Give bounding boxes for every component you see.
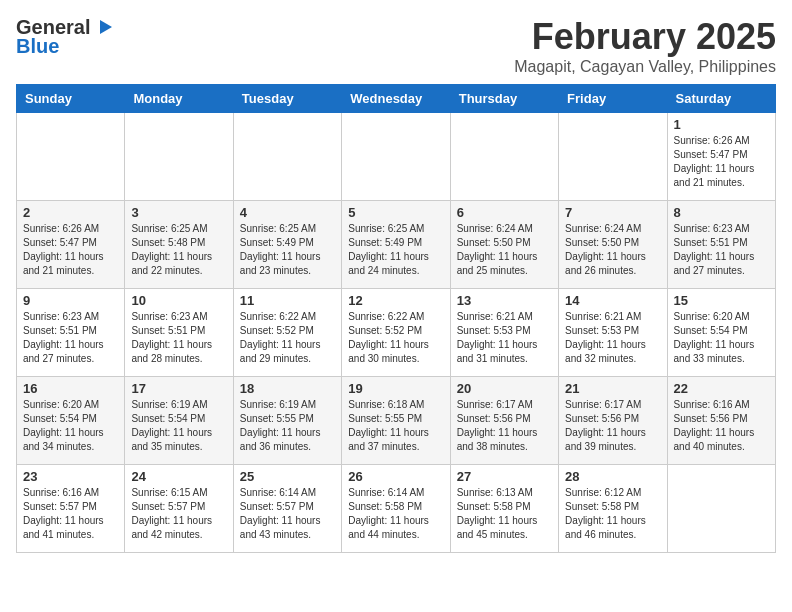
day-number: 5	[348, 205, 443, 220]
day-number: 2	[23, 205, 118, 220]
calendar-week-row: 1Sunrise: 6:26 AM Sunset: 5:47 PM Daylig…	[17, 113, 776, 201]
subtitle: Magapit, Cagayan Valley, Philippines	[514, 58, 776, 76]
day-number: 26	[348, 469, 443, 484]
calendar-cell: 22Sunrise: 6:16 AM Sunset: 5:56 PM Dayli…	[667, 377, 775, 465]
day-info: Sunrise: 6:16 AM Sunset: 5:56 PM Dayligh…	[674, 398, 769, 454]
calendar-cell	[667, 465, 775, 553]
calendar-cell: 9Sunrise: 6:23 AM Sunset: 5:51 PM Daylig…	[17, 289, 125, 377]
day-info: Sunrise: 6:14 AM Sunset: 5:57 PM Dayligh…	[240, 486, 335, 542]
day-info: Sunrise: 6:18 AM Sunset: 5:55 PM Dayligh…	[348, 398, 443, 454]
day-info: Sunrise: 6:20 AM Sunset: 5:54 PM Dayligh…	[674, 310, 769, 366]
day-number: 24	[131, 469, 226, 484]
calendar-cell: 6Sunrise: 6:24 AM Sunset: 5:50 PM Daylig…	[450, 201, 558, 289]
header: General Blue February 2025 Magapit, Caga…	[16, 16, 776, 76]
calendar-cell: 24Sunrise: 6:15 AM Sunset: 5:57 PM Dayli…	[125, 465, 233, 553]
day-number: 7	[565, 205, 660, 220]
day-info: Sunrise: 6:23 AM Sunset: 5:51 PM Dayligh…	[674, 222, 769, 278]
day-number: 23	[23, 469, 118, 484]
calendar-cell: 28Sunrise: 6:12 AM Sunset: 5:58 PM Dayli…	[559, 465, 667, 553]
calendar-cell: 2Sunrise: 6:26 AM Sunset: 5:47 PM Daylig…	[17, 201, 125, 289]
day-header-monday: Monday	[125, 85, 233, 113]
logo-blue: Blue	[16, 35, 59, 58]
day-number: 18	[240, 381, 335, 396]
day-info: Sunrise: 6:19 AM Sunset: 5:54 PM Dayligh…	[131, 398, 226, 454]
calendar-cell: 18Sunrise: 6:19 AM Sunset: 5:55 PM Dayli…	[233, 377, 341, 465]
calendar-cell: 27Sunrise: 6:13 AM Sunset: 5:58 PM Dayli…	[450, 465, 558, 553]
day-header-sunday: Sunday	[17, 85, 125, 113]
day-header-saturday: Saturday	[667, 85, 775, 113]
calendar-cell: 19Sunrise: 6:18 AM Sunset: 5:55 PM Dayli…	[342, 377, 450, 465]
day-info: Sunrise: 6:22 AM Sunset: 5:52 PM Dayligh…	[240, 310, 335, 366]
calendar-cell: 16Sunrise: 6:20 AM Sunset: 5:54 PM Dayli…	[17, 377, 125, 465]
day-info: Sunrise: 6:21 AM Sunset: 5:53 PM Dayligh…	[565, 310, 660, 366]
svg-marker-0	[100, 20, 112, 34]
calendar-week-row: 9Sunrise: 6:23 AM Sunset: 5:51 PM Daylig…	[17, 289, 776, 377]
day-number: 13	[457, 293, 552, 308]
calendar-cell: 15Sunrise: 6:20 AM Sunset: 5:54 PM Dayli…	[667, 289, 775, 377]
day-number: 12	[348, 293, 443, 308]
calendar-cell: 10Sunrise: 6:23 AM Sunset: 5:51 PM Dayli…	[125, 289, 233, 377]
day-number: 19	[348, 381, 443, 396]
calendar-cell: 25Sunrise: 6:14 AM Sunset: 5:57 PM Dayli…	[233, 465, 341, 553]
title-section: February 2025 Magapit, Cagayan Valley, P…	[514, 16, 776, 76]
day-info: Sunrise: 6:25 AM Sunset: 5:49 PM Dayligh…	[240, 222, 335, 278]
day-number: 20	[457, 381, 552, 396]
day-number: 11	[240, 293, 335, 308]
day-info: Sunrise: 6:24 AM Sunset: 5:50 PM Dayligh…	[565, 222, 660, 278]
calendar-cell: 26Sunrise: 6:14 AM Sunset: 5:58 PM Dayli…	[342, 465, 450, 553]
calendar-cell: 17Sunrise: 6:19 AM Sunset: 5:54 PM Dayli…	[125, 377, 233, 465]
day-info: Sunrise: 6:23 AM Sunset: 5:51 PM Dayligh…	[23, 310, 118, 366]
day-number: 6	[457, 205, 552, 220]
day-info: Sunrise: 6:24 AM Sunset: 5:50 PM Dayligh…	[457, 222, 552, 278]
calendar-cell: 11Sunrise: 6:22 AM Sunset: 5:52 PM Dayli…	[233, 289, 341, 377]
day-number: 25	[240, 469, 335, 484]
calendar-cell	[233, 113, 341, 201]
day-info: Sunrise: 6:26 AM Sunset: 5:47 PM Dayligh…	[23, 222, 118, 278]
logo-icon	[92, 16, 114, 38]
day-info: Sunrise: 6:25 AM Sunset: 5:49 PM Dayligh…	[348, 222, 443, 278]
calendar-cell: 1Sunrise: 6:26 AM Sunset: 5:47 PM Daylig…	[667, 113, 775, 201]
calendar-cell	[559, 113, 667, 201]
calendar-cell: 3Sunrise: 6:25 AM Sunset: 5:48 PM Daylig…	[125, 201, 233, 289]
day-info: Sunrise: 6:25 AM Sunset: 5:48 PM Dayligh…	[131, 222, 226, 278]
calendar-cell: 13Sunrise: 6:21 AM Sunset: 5:53 PM Dayli…	[450, 289, 558, 377]
day-number: 3	[131, 205, 226, 220]
day-number: 10	[131, 293, 226, 308]
calendar-cell: 14Sunrise: 6:21 AM Sunset: 5:53 PM Dayli…	[559, 289, 667, 377]
day-info: Sunrise: 6:20 AM Sunset: 5:54 PM Dayligh…	[23, 398, 118, 454]
day-info: Sunrise: 6:23 AM Sunset: 5:51 PM Dayligh…	[131, 310, 226, 366]
day-info: Sunrise: 6:15 AM Sunset: 5:57 PM Dayligh…	[131, 486, 226, 542]
day-info: Sunrise: 6:14 AM Sunset: 5:58 PM Dayligh…	[348, 486, 443, 542]
calendar-cell: 7Sunrise: 6:24 AM Sunset: 5:50 PM Daylig…	[559, 201, 667, 289]
calendar-cell: 23Sunrise: 6:16 AM Sunset: 5:57 PM Dayli…	[17, 465, 125, 553]
day-number: 15	[674, 293, 769, 308]
day-info: Sunrise: 6:26 AM Sunset: 5:47 PM Dayligh…	[674, 134, 769, 190]
calendar-cell: 21Sunrise: 6:17 AM Sunset: 5:56 PM Dayli…	[559, 377, 667, 465]
main-title: February 2025	[514, 16, 776, 58]
day-number: 27	[457, 469, 552, 484]
day-number: 9	[23, 293, 118, 308]
day-info: Sunrise: 6:12 AM Sunset: 5:58 PM Dayligh…	[565, 486, 660, 542]
calendar-cell: 8Sunrise: 6:23 AM Sunset: 5:51 PM Daylig…	[667, 201, 775, 289]
calendar-cell	[342, 113, 450, 201]
calendar-week-row: 16Sunrise: 6:20 AM Sunset: 5:54 PM Dayli…	[17, 377, 776, 465]
calendar-cell	[125, 113, 233, 201]
calendar-cell: 12Sunrise: 6:22 AM Sunset: 5:52 PM Dayli…	[342, 289, 450, 377]
day-info: Sunrise: 6:19 AM Sunset: 5:55 PM Dayligh…	[240, 398, 335, 454]
day-info: Sunrise: 6:21 AM Sunset: 5:53 PM Dayligh…	[457, 310, 552, 366]
calendar-week-row: 2Sunrise: 6:26 AM Sunset: 5:47 PM Daylig…	[17, 201, 776, 289]
day-number: 4	[240, 205, 335, 220]
day-header-thursday: Thursday	[450, 85, 558, 113]
calendar-table: SundayMondayTuesdayWednesdayThursdayFrid…	[16, 84, 776, 553]
logo: General Blue	[16, 16, 114, 58]
day-header-wednesday: Wednesday	[342, 85, 450, 113]
calendar-cell	[17, 113, 125, 201]
day-info: Sunrise: 6:22 AM Sunset: 5:52 PM Dayligh…	[348, 310, 443, 366]
day-number: 16	[23, 381, 118, 396]
day-number: 8	[674, 205, 769, 220]
day-number: 17	[131, 381, 226, 396]
calendar-cell: 5Sunrise: 6:25 AM Sunset: 5:49 PM Daylig…	[342, 201, 450, 289]
day-header-tuesday: Tuesday	[233, 85, 341, 113]
day-number: 1	[674, 117, 769, 132]
calendar-cell: 20Sunrise: 6:17 AM Sunset: 5:56 PM Dayli…	[450, 377, 558, 465]
